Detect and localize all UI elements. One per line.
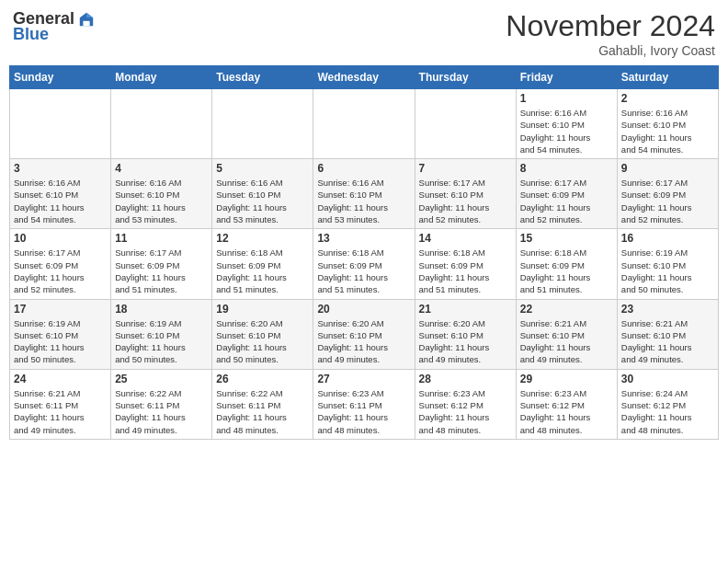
calendar-cell	[10, 89, 111, 159]
calendar-cell: 1Sunrise: 6:16 AM Sunset: 6:10 PM Daylig…	[516, 89, 617, 159]
calendar-cell: 13Sunrise: 6:18 AM Sunset: 6:09 PM Dayli…	[313, 229, 415, 299]
title-block: November 2024 Gahabli, Ivory Coast	[506, 9, 715, 58]
day-number: 17	[14, 303, 107, 316]
day-number: 15	[520, 232, 613, 245]
calendar-cell: 22Sunrise: 6:21 AM Sunset: 6:10 PM Dayli…	[516, 299, 617, 369]
calendar-cell: 23Sunrise: 6:21 AM Sunset: 6:10 PM Dayli…	[617, 299, 718, 369]
day-info: Sunrise: 6:18 AM Sunset: 6:09 PM Dayligh…	[216, 247, 309, 295]
day-number: 2	[621, 92, 714, 105]
calendar-table: SundayMondayTuesdayWednesdayThursdayFrid…	[9, 65, 719, 440]
day-number: 25	[115, 373, 208, 385]
day-number: 8	[520, 162, 613, 175]
calendar-cell: 30Sunrise: 6:24 AM Sunset: 6:12 PM Dayli…	[617, 369, 718, 439]
day-info: Sunrise: 6:21 AM Sunset: 6:10 PM Dayligh…	[520, 317, 613, 366]
calendar-cell: 14Sunrise: 6:18 AM Sunset: 6:09 PM Dayli…	[415, 229, 516, 299]
logo-blue: Blue	[13, 25, 49, 44]
day-number: 26	[216, 373, 309, 385]
day-info: Sunrise: 6:17 AM Sunset: 6:09 PM Dayligh…	[520, 177, 613, 225]
calendar-cell: 25Sunrise: 6:22 AM Sunset: 6:11 PM Dayli…	[111, 369, 212, 439]
calendar-week-1: 1Sunrise: 6:16 AM Sunset: 6:10 PM Daylig…	[10, 89, 719, 159]
day-number: 16	[621, 232, 714, 245]
day-info: Sunrise: 6:23 AM Sunset: 6:12 PM Dayligh…	[520, 387, 613, 436]
month-title: November 2024	[506, 9, 715, 43]
day-number: 29	[520, 373, 613, 385]
day-info: Sunrise: 6:19 AM Sunset: 6:10 PM Dayligh…	[14, 317, 107, 366]
calendar-cell: 6Sunrise: 6:16 AM Sunset: 6:10 PM Daylig…	[313, 159, 415, 229]
day-info: Sunrise: 6:17 AM Sunset: 6:09 PM Dayligh…	[14, 247, 107, 295]
calendar-cell	[313, 89, 415, 159]
day-info: Sunrise: 6:17 AM Sunset: 6:09 PM Dayligh…	[115, 247, 208, 295]
day-number: 23	[621, 303, 714, 316]
calendar-cell: 4Sunrise: 6:16 AM Sunset: 6:10 PM Daylig…	[111, 159, 212, 229]
calendar-week-4: 17Sunrise: 6:19 AM Sunset: 6:10 PM Dayli…	[10, 299, 719, 369]
weekday-header-friday: Friday	[516, 66, 617, 89]
day-number: 21	[419, 303, 512, 316]
day-info: Sunrise: 6:16 AM Sunset: 6:10 PM Dayligh…	[115, 177, 208, 225]
weekday-header-sunday: Sunday	[10, 66, 111, 89]
calendar-cell: 16Sunrise: 6:19 AM Sunset: 6:10 PM Dayli…	[617, 229, 718, 299]
weekday-header-monday: Monday	[111, 66, 212, 89]
day-info: Sunrise: 6:23 AM Sunset: 6:11 PM Dayligh…	[317, 387, 410, 436]
day-info: Sunrise: 6:21 AM Sunset: 6:11 PM Dayligh…	[14, 387, 107, 436]
day-number: 28	[419, 373, 512, 385]
calendar-cell: 5Sunrise: 6:16 AM Sunset: 6:10 PM Daylig…	[212, 159, 313, 229]
calendar-cell: 11Sunrise: 6:17 AM Sunset: 6:09 PM Dayli…	[111, 229, 212, 299]
day-number: 11	[115, 232, 208, 245]
calendar-cell: 24Sunrise: 6:21 AM Sunset: 6:11 PM Dayli…	[10, 369, 111, 439]
calendar-cell: 18Sunrise: 6:19 AM Sunset: 6:10 PM Dayli…	[111, 299, 212, 369]
day-info: Sunrise: 6:24 AM Sunset: 6:12 PM Dayligh…	[621, 387, 714, 436]
svg-marker-1	[86, 12, 93, 17]
weekday-header-tuesday: Tuesday	[212, 66, 313, 89]
day-info: Sunrise: 6:18 AM Sunset: 6:09 PM Dayligh…	[419, 247, 512, 295]
calendar-cell: 10Sunrise: 6:17 AM Sunset: 6:09 PM Dayli…	[10, 229, 111, 299]
day-number: 9	[621, 162, 714, 175]
calendar-cell: 20Sunrise: 6:20 AM Sunset: 6:10 PM Dayli…	[313, 299, 415, 369]
calendar-cell	[111, 89, 212, 159]
svg-rect-2	[83, 20, 89, 25]
weekday-header-wednesday: Wednesday	[313, 66, 415, 89]
calendar-cell: 7Sunrise: 6:17 AM Sunset: 6:10 PM Daylig…	[415, 159, 516, 229]
day-info: Sunrise: 6:17 AM Sunset: 6:09 PM Dayligh…	[621, 177, 714, 225]
weekday-header-saturday: Saturday	[617, 66, 718, 89]
day-info: Sunrise: 6:19 AM Sunset: 6:10 PM Dayligh…	[621, 247, 714, 295]
calendar-cell: 15Sunrise: 6:18 AM Sunset: 6:09 PM Dayli…	[516, 229, 617, 299]
day-info: Sunrise: 6:16 AM Sunset: 6:10 PM Dayligh…	[216, 177, 309, 225]
calendar-cell: 27Sunrise: 6:23 AM Sunset: 6:11 PM Dayli…	[313, 369, 415, 439]
day-number: 6	[317, 162, 410, 175]
location: Gahabli, Ivory Coast	[506, 43, 715, 58]
day-info: Sunrise: 6:20 AM Sunset: 6:10 PM Dayligh…	[419, 317, 512, 366]
calendar-cell: 21Sunrise: 6:20 AM Sunset: 6:10 PM Dayli…	[415, 299, 516, 369]
logo-icon	[78, 11, 95, 28]
calendar-cell: 26Sunrise: 6:22 AM Sunset: 6:11 PM Dayli…	[212, 369, 313, 439]
calendar-cell: 3Sunrise: 6:16 AM Sunset: 6:10 PM Daylig…	[10, 159, 111, 229]
day-info: Sunrise: 6:20 AM Sunset: 6:10 PM Dayligh…	[216, 317, 309, 366]
day-number: 1	[520, 92, 613, 105]
calendar-week-3: 10Sunrise: 6:17 AM Sunset: 6:09 PM Dayli…	[10, 229, 719, 299]
page-header: General Blue November 2024 Gahabli, Ivor…	[9, 9, 719, 58]
day-info: Sunrise: 6:17 AM Sunset: 6:10 PM Dayligh…	[419, 177, 512, 225]
day-info: Sunrise: 6:16 AM Sunset: 6:10 PM Dayligh…	[317, 177, 410, 225]
calendar-cell: 19Sunrise: 6:20 AM Sunset: 6:10 PM Dayli…	[212, 299, 313, 369]
day-number: 22	[520, 303, 613, 316]
day-number: 14	[419, 232, 512, 245]
weekday-header-row: SundayMondayTuesdayWednesdayThursdayFrid…	[10, 66, 719, 89]
calendar-cell: 8Sunrise: 6:17 AM Sunset: 6:09 PM Daylig…	[516, 159, 617, 229]
day-number: 20	[317, 303, 410, 316]
day-info: Sunrise: 6:18 AM Sunset: 6:09 PM Dayligh…	[520, 247, 613, 295]
day-info: Sunrise: 6:16 AM Sunset: 6:10 PM Dayligh…	[14, 177, 107, 225]
day-info: Sunrise: 6:19 AM Sunset: 6:10 PM Dayligh…	[115, 317, 208, 366]
day-number: 27	[317, 373, 410, 385]
day-number: 4	[115, 162, 208, 175]
day-info: Sunrise: 6:22 AM Sunset: 6:11 PM Dayligh…	[216, 387, 309, 436]
day-number: 24	[14, 373, 107, 385]
calendar-cell: 2Sunrise: 6:16 AM Sunset: 6:10 PM Daylig…	[617, 89, 718, 159]
day-info: Sunrise: 6:22 AM Sunset: 6:11 PM Dayligh…	[115, 387, 208, 436]
day-number: 13	[317, 232, 410, 245]
day-number: 12	[216, 232, 309, 245]
calendar-cell: 12Sunrise: 6:18 AM Sunset: 6:09 PM Dayli…	[212, 229, 313, 299]
calendar-cell: 17Sunrise: 6:19 AM Sunset: 6:10 PM Dayli…	[10, 299, 111, 369]
calendar-cell: 9Sunrise: 6:17 AM Sunset: 6:09 PM Daylig…	[617, 159, 718, 229]
calendar-week-5: 24Sunrise: 6:21 AM Sunset: 6:11 PM Dayli…	[10, 369, 719, 439]
calendar-week-2: 3Sunrise: 6:16 AM Sunset: 6:10 PM Daylig…	[10, 159, 719, 229]
day-info: Sunrise: 6:16 AM Sunset: 6:10 PM Dayligh…	[520, 107, 613, 155]
